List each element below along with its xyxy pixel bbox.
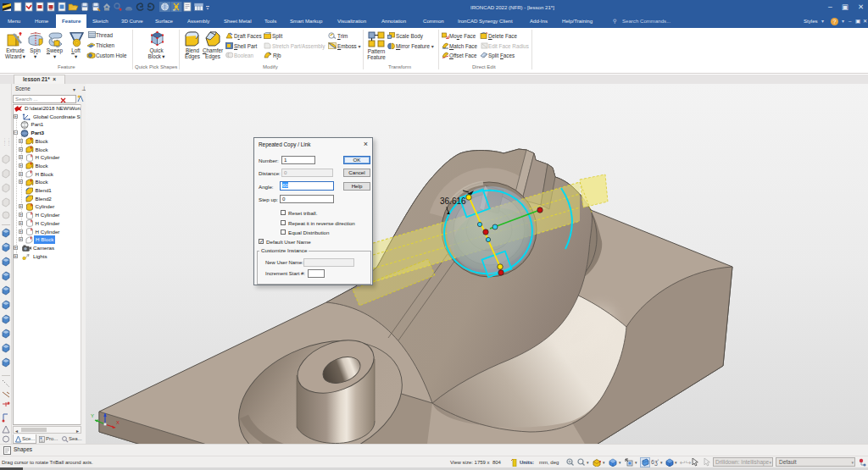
svg-text:X: X — [116, 420, 120, 425]
svg-text:Y: Y — [91, 413, 94, 418]
svg-text:36.616: 36.616 — [440, 196, 466, 206]
svg-text:s↑: s↑ — [173, 8, 176, 12]
